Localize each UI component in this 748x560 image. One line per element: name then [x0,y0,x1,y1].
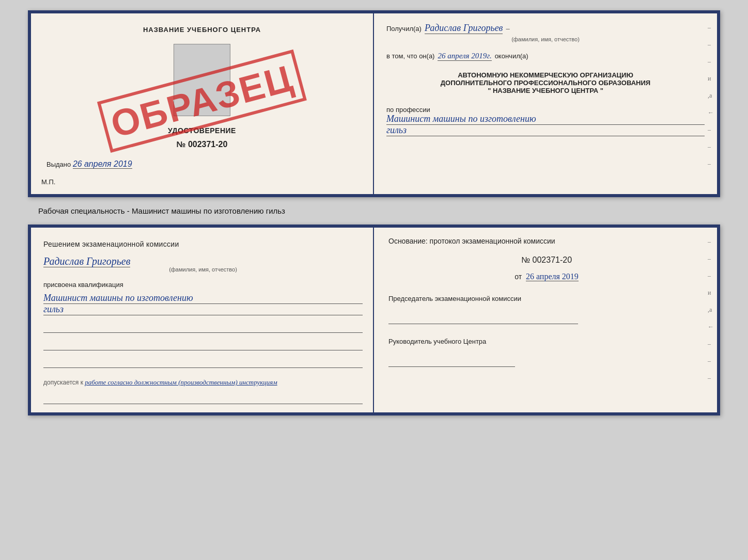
bottom-profession-block: Машинист машины по изготовлению гильз [43,293,363,315]
completed-label: окончил(а) [495,52,528,60]
bottom-name-block: Радислав Григорьев (фамилия, имя, отчест… [43,255,363,273]
in-that-row: в том, что он(а) 26 апреля 2019г. окончи… [386,52,705,61]
photo-placeholder [174,44,230,116]
bottom-doc-left: Решением экзаменационной комиссии Радисл… [31,228,374,412]
completion-date: 26 апреля 2019г. [438,52,491,61]
protocol-number: № 002371-20 [388,255,705,265]
in-that-label: в том, что он(а) [386,52,434,60]
allowed-prefix: допускается к [43,379,83,386]
issued-date: Выдано 26 апреля 2019 [41,159,363,169]
commission-chair-label: Председатель экзаменационной комиссии [388,295,705,302]
allowed-text: работе согласно должностным (производств… [85,378,277,386]
training-center-heading: НАЗВАНИЕ УЧЕБНОГО ЦЕНТРА [41,26,363,34]
profession-label: по профессии [386,106,705,114]
blank-line-2 [43,339,363,350]
blank-line-3 [43,357,363,368]
right-edge-marks: –––и,а←––– [708,24,714,168]
profession-block: по профессии Машинист машины по изготовл… [386,106,705,136]
commission-chair-block: Председатель экзаменационной комиссии [388,295,705,324]
center-head-signature-line [388,356,515,367]
received-row: Получил(а) Радислав Григорьев – [386,23,705,34]
bottom-recipient-name: Радислав Григорьев [43,255,130,267]
blank-line-4 [43,393,363,404]
org-line2: ДОПОЛНИТЕЛЬНОГО ПРОФЕССИОНАЛЬНОГО ОБРАЗО… [386,79,705,87]
bottom-profession-line1: Машинист машины по изготовлению [43,293,363,304]
bottom-profession-line2: гильз [43,304,363,315]
received-label: Получил(а) [386,25,422,33]
profession-line2: гильз [386,125,705,136]
subtitle-text: Рабочая специальность - Машинист машины … [10,206,285,215]
protocol-number-block: № 002371-20 [388,255,705,265]
commission-chair-signature-line [388,313,578,324]
profession-line1: Машинист машины по изготовлению [386,114,705,125]
center-head-label: Руководитель учебного Центра [388,338,705,345]
recipient-name: Радислав Григорьев [425,23,503,34]
issued-label: Выдано [46,161,71,168]
cert-number: № 002371-20 [41,140,363,149]
mp-label: М.П. [41,178,363,186]
top-doc-left: НАЗВАНИЕ УЧЕБНОГО ЦЕНТРА УДОСТОВЕРЕНИЕ №… [31,13,374,194]
decision-text: Решением экзаменационной комиссии [43,240,363,248]
protocol-date-row: от 26 апреля 2019 [388,272,705,281]
org-quote: " НАЗВАНИЕ УЧЕБНОГО ЦЕНТРА " [386,87,705,94]
allowed-row: допускается к работе согласно должностны… [43,378,363,387]
protocol-date-prefix: от [515,273,522,281]
org-block: АВТОНОМНУЮ НЕКОММЕРЧЕСКУЮ ОРГАНИЗАЦИЮ ДО… [386,71,705,94]
bottom-document: Решением экзаменационной комиссии Радисл… [28,225,720,415]
top-doc-right: Получил(а) Радислав Григорьев – (фамилия… [374,13,717,194]
assigned-label: присвоена квалификация [43,281,363,289]
name-subtitle: (фамилия, имя, отчество) [386,36,705,42]
bottom-right-edge-marks: –––и,а←––– [708,238,714,382]
center-head-block: Руководитель учебного Центра [388,338,705,367]
basis-label: Основание: протокол экзаменационной коми… [388,237,705,245]
bottom-doc-right: Основание: протокол экзаменационной коми… [374,228,717,412]
protocol-date: 26 апреля 2019 [526,272,579,281]
blank-line-1 [43,322,363,333]
cert-title: УДОСТОВЕРЕНИЕ [41,126,363,135]
org-line1: АВТОНОМНУЮ НЕКОММЕРЧЕСКУЮ ОРГАНИЗАЦИЮ [386,71,705,79]
issued-date-value: 26 апреля 2019 [73,159,132,169]
top-document: НАЗВАНИЕ УЧЕБНОГО ЦЕНТРА УДОСТОВЕРЕНИЕ №… [28,10,720,197]
